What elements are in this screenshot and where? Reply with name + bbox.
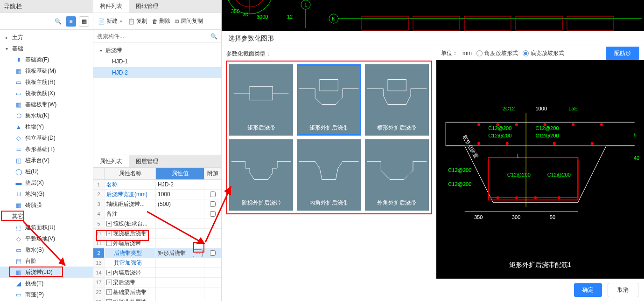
file-icon: 📄 <box>98 18 105 25</box>
svg-point-41 <box>477 123 480 126</box>
svg-text:12: 12 <box>287 14 293 20</box>
svg-point-45 <box>572 123 574 126</box>
unit-value: mm <box>462 50 472 56</box>
tab-drawings[interactable]: 图纸管理 <box>129 0 165 13</box>
search-icon[interactable]: 🔍 <box>53 16 63 27</box>
svg-point-46 <box>600 123 603 126</box>
svg-point-53 <box>534 196 537 199</box>
tree-item-earth[interactable]: ▸土方 <box>0 32 93 43</box>
svg-text:50: 50 <box>550 214 555 220</box>
tree-sub[interactable]: ⬍基础梁(F) <box>0 54 93 65</box>
svg-point-48 <box>506 142 509 145</box>
svg-point-51 <box>496 196 499 199</box>
svg-rect-26 <box>388 80 406 91</box>
svg-rect-20 <box>250 86 273 100</box>
tree-sub[interactable]: ⊔地沟(G) <box>0 188 93 199</box>
view-grid-button[interactable]: ▦ <box>79 16 89 27</box>
floor-copy-button[interactable]: ⧉层间复制 <box>173 16 205 27</box>
svg-point-50 <box>591 142 594 145</box>
tree-sub[interactable]: ▭筏板主筋(R) <box>0 76 93 88</box>
search-icon[interactable]: 🔍 <box>210 33 217 40</box>
section-card-selected[interactable]: 矩形外扩后浇带 <box>297 64 361 136</box>
svg-text:30: 30 <box>243 12 248 17</box>
detail-cad: 2C12 1000 LaE <box>436 60 644 279</box>
svg-text:1000: 1000 <box>535 106 547 111</box>
detail-label: 矩形外扩后浇带配筋1 <box>509 261 572 269</box>
radio-width[interactable]: 底宽放坡形式 <box>523 49 564 57</box>
search-input[interactable] <box>97 33 208 40</box>
svg-text:取节点设置: 取节点设置 <box>462 134 479 159</box>
nav-title: 导航栏 <box>0 0 93 13</box>
rebar-button[interactable]: 配筋形 <box>606 47 639 60</box>
radio-angle[interactable]: 角度放坡形式 <box>476 49 518 57</box>
nav-toolbar: 🔍 ≡ ▦ <box>0 13 93 30</box>
col-name: 属性名称 <box>105 168 156 179</box>
svg-rect-39 <box>488 157 578 200</box>
svg-text:1: 1 <box>304 2 307 7</box>
svg-text:C12@200: C12@200 <box>448 167 471 173</box>
nav-tree: ▸土方 ▾基础 ⬍基础梁(F) ▦筏板基础(M) ▭筏板主筋(R) ▭筏板负筋(… <box>0 30 93 301</box>
unit-label: 单位： <box>441 49 458 57</box>
ok-button[interactable]: 确定 <box>574 283 602 297</box>
checkbox[interactable] <box>210 211 216 217</box>
tree-sub[interactable]: ◢挑檐(T) <box>0 278 93 289</box>
svg-text:C12@200: C12@200 <box>488 125 511 131</box>
tree-sub[interactable]: ⬡集水坑(K) <box>0 110 93 121</box>
svg-text:C12@200: C12@200 <box>547 172 571 178</box>
tree-sub[interactable]: ═条形基础(T) <box>0 144 93 155</box>
tree-sub[interactable]: ⬚建筑面积(U) <box>0 222 93 233</box>
tree-sub[interactable]: ▬垫层(X) <box>0 177 93 188</box>
svg-text:40: 40 <box>634 155 639 161</box>
search-box: 🔍 <box>93 30 221 43</box>
tree-sub[interactable]: ◇独立基础(D) <box>0 132 93 144</box>
tree-sub[interactable]: ▤台阶 <box>0 255 93 267</box>
svg-text:300: 300 <box>512 214 521 220</box>
delete-icon: 🗑 <box>152 18 158 25</box>
component-tree: ▾后浇带 HJD-1 HJD-2 <box>93 43 221 80</box>
tab-layers[interactable]: 图层管理 <box>129 155 165 167</box>
checkbox[interactable] <box>210 250 216 256</box>
tree-sub-hjd[interactable]: ▥后浇带(JD) <box>0 267 93 278</box>
comp-item-selected[interactable]: HJD-2 <box>93 67 221 78</box>
section-card[interactable]: 阶梯外扩后浇带 <box>229 139 293 211</box>
cancel-button[interactable]: 取消 <box>608 283 638 297</box>
svg-text:C12@200: C12@200 <box>488 133 511 138</box>
tree-sub[interactable]: ▭散水(S) <box>0 244 93 255</box>
section-card[interactable]: 内角外扩后浇带 <box>297 139 361 211</box>
property-tabs: 属性列表 图层管理 <box>93 155 221 168</box>
tree-sub[interactable]: ◫桩承台(V) <box>0 155 93 166</box>
component-panel: 构件列表 图纸管理 📄新建▾ 📋复制 🗑删除 ⧉层间复制 🔍 ▾后浇带 HJD-… <box>93 0 222 301</box>
tree-sub[interactable]: ▭筏板负筋(X) <box>0 88 93 99</box>
checkbox[interactable] <box>210 201 216 207</box>
tab-props[interactable]: 属性列表 <box>93 155 129 167</box>
dialog: 选择参数化图形 参数化截面类型： 矩形后浇带 矩形外扩后浇带 槽形外扩后浇带 <box>222 31 644 301</box>
tree-item-other[interactable]: 其它 <box>0 211 93 222</box>
tab-list[interactable]: 构件列表 <box>93 0 129 13</box>
tree-item-foundation[interactable]: ▾基础 <box>0 43 93 54</box>
svg-text:350: 350 <box>231 8 239 14</box>
param-panel: 参数化截面类型： 矩形后浇带 矩形外扩后浇带 槽形外扩后浇带 <box>222 46 436 301</box>
tree-sub[interactable]: ◯桩(U) <box>0 166 93 177</box>
more-button[interactable]: ⋯ <box>193 249 203 257</box>
copy-button[interactable]: 📋复制 <box>126 16 149 27</box>
svg-point-49 <box>553 142 556 145</box>
svg-point-52 <box>515 196 518 199</box>
section-card[interactable]: 外角外扩后浇带 <box>365 139 429 211</box>
tree-sub[interactable]: ▭雨蓬(P) <box>0 289 93 300</box>
section-card[interactable]: 矩形后浇带 <box>229 64 293 136</box>
tree-sub[interactable]: ▦筏板基础(M) <box>0 65 93 76</box>
svg-text:C12@200: C12@200 <box>507 172 531 178</box>
svg-rect-23 <box>320 80 338 91</box>
view-list-button[interactable]: ≡ <box>66 16 76 27</box>
comp-item[interactable]: HJD-1 <box>93 56 221 67</box>
delete-button[interactable]: 🗑删除 <box>150 16 172 27</box>
section-card[interactable]: 槽形外扩后浇带 <box>365 64 429 136</box>
svg-point-47 <box>477 142 480 145</box>
new-button[interactable]: 📄新建▾ <box>96 16 125 27</box>
tree-sub[interactable]: ▲柱墩(Y) <box>0 121 93 132</box>
checkbox[interactable] <box>210 192 216 197</box>
tree-sub[interactable]: ◇平整场地(V) <box>0 233 93 244</box>
tree-sub[interactable]: ▦砖胎膜 <box>0 199 93 211</box>
comp-root[interactable]: ▾后浇带 <box>93 45 221 56</box>
tree-sub[interactable]: ▥基础板带(W) <box>0 99 93 110</box>
